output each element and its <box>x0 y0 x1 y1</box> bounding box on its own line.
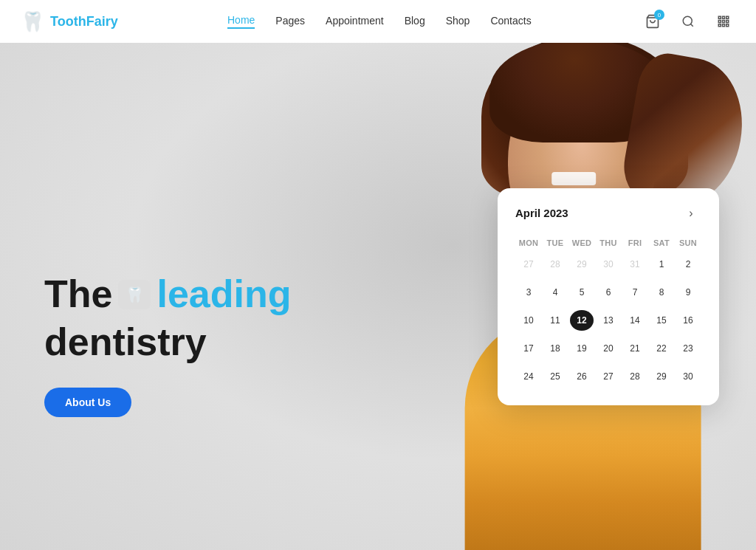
svg-rect-8 <box>726 21 729 23</box>
calendar-day[interactable]: 3 <box>515 278 542 306</box>
calendar-day[interactable]: 27 <box>595 362 622 391</box>
cart-badge: 0 <box>654 10 664 20</box>
calendar-day[interactable]: 9 <box>675 278 701 306</box>
calendar-day[interactable]: 5 <box>568 278 595 306</box>
calendar-weekday: TUE <box>542 236 568 250</box>
calendar-weekday: SAT <box>648 236 675 250</box>
calendar-weekday: THU <box>595 236 622 250</box>
svg-rect-7 <box>722 21 724 23</box>
calendar-day[interactable]: 28 <box>622 362 648 391</box>
calendar-day[interactable]: 2 <box>675 250 701 278</box>
calendar-day[interactable]: 29 <box>568 250 595 278</box>
calendar-weekdays: MONTUEWEDTHUFRISATSUN <box>515 236 701 250</box>
svg-rect-10 <box>722 24 724 27</box>
dentistry-icon: 🦷 <box>118 280 151 309</box>
calendar-day[interactable]: 20 <box>595 334 622 362</box>
calendar-day[interactable]: 29 <box>648 362 675 391</box>
grid-menu-button[interactable] <box>712 10 735 33</box>
calendar-day[interactable]: 30 <box>595 250 622 278</box>
calendar-day[interactable]: 1 <box>648 250 675 278</box>
calendar-day[interactable]: 30 <box>675 362 701 391</box>
nav-home[interactable]: Home <box>227 14 255 29</box>
calendar-day[interactable]: 22 <box>648 334 675 362</box>
hero-headline: The 🦷 leading <box>44 272 291 317</box>
calendar-next-button[interactable]: › <box>681 203 701 224</box>
nav-blog[interactable]: Blog <box>405 15 425 28</box>
svg-rect-11 <box>726 24 729 27</box>
calendar-day[interactable]: 6 <box>595 278 622 306</box>
calendar-day[interactable]: 4 <box>542 278 568 306</box>
calendar-day[interactable]: 12 <box>568 306 595 334</box>
calendar-day[interactable]: 14 <box>622 306 648 334</box>
svg-rect-9 <box>718 24 721 27</box>
calendar-day[interactable]: 21 <box>622 334 648 362</box>
calendar-header: April 2023 › <box>515 203 701 224</box>
brand-name: ToothFairy <box>50 14 118 30</box>
calendar-day[interactable]: 10 <box>515 306 542 334</box>
navbar: 🦷 ToothFairy Home Pages Appointment Blog… <box>0 0 756 43</box>
calendar-day[interactable]: 8 <box>648 278 675 306</box>
svg-rect-6 <box>718 21 721 23</box>
tooth-icon: 🦷 <box>21 10 44 33</box>
calendar-day[interactable]: 19 <box>568 334 595 362</box>
calendar-grid: MONTUEWEDTHUFRISATSUN 272829303112345678… <box>515 236 701 391</box>
about-us-button[interactable]: About Us <box>44 388 131 417</box>
search-button[interactable] <box>676 10 700 33</box>
calendar-body[interactable]: 2728293031123456789101112131415161718192… <box>515 250 701 391</box>
calendar-weekday: FRI <box>622 236 648 250</box>
calendar-title: April 2023 <box>515 207 568 219</box>
calendar-weekday: WED <box>568 236 595 250</box>
calendar-day[interactable]: 15 <box>648 306 675 334</box>
calendar-day[interactable]: 13 <box>595 306 622 334</box>
hero-the: The <box>44 272 112 317</box>
hero-leading: leading <box>157 272 291 317</box>
calendar-day[interactable]: 18 <box>542 334 568 362</box>
calendar-day[interactable]: 25 <box>542 362 568 391</box>
hero-content: The 🦷 leading dentistry About Us <box>44 272 291 417</box>
svg-point-1 <box>683 16 692 25</box>
calendar-card: April 2023 › MONTUEWEDTHUFRISATSUN 27282… <box>498 188 719 405</box>
calendar-day[interactable]: 11 <box>542 306 568 334</box>
calendar-day[interactable]: 17 <box>515 334 542 362</box>
svg-rect-5 <box>726 16 729 18</box>
calendar-day[interactable]: 16 <box>675 306 701 334</box>
nav-appointment[interactable]: Appointment <box>326 15 384 28</box>
calendar-day[interactable]: 26 <box>568 362 595 391</box>
calendar-weekday: MON <box>515 236 542 250</box>
nav-links: Home Pages Appointment Blog Shop Contact… <box>227 14 532 29</box>
calendar-day[interactable]: 23 <box>675 334 701 362</box>
calendar-day[interactable]: 27 <box>515 250 542 278</box>
svg-rect-4 <box>722 16 724 18</box>
svg-rect-3 <box>718 16 721 18</box>
calendar-day[interactable]: 31 <box>622 250 648 278</box>
svg-line-2 <box>690 24 693 26</box>
nav-contacts[interactable]: Contacts <box>490 15 531 28</box>
calendar-day[interactable]: 7 <box>622 278 648 306</box>
nav-pages[interactable]: Pages <box>275 15 305 28</box>
hero-section: The 🦷 leading dentistry About Us April 2… <box>0 43 756 550</box>
calendar-day[interactable]: 24 <box>515 362 542 391</box>
nav-icons: 0 <box>641 10 735 33</box>
logo[interactable]: 🦷 ToothFairy <box>21 10 118 33</box>
calendar-day[interactable]: 28 <box>542 250 568 278</box>
calendar-weekday: SUN <box>675 236 701 250</box>
nav-shop[interactable]: Shop <box>446 15 470 28</box>
hero-dentistry: dentistry <box>44 320 291 364</box>
cart-button[interactable]: 0 <box>641 10 664 33</box>
